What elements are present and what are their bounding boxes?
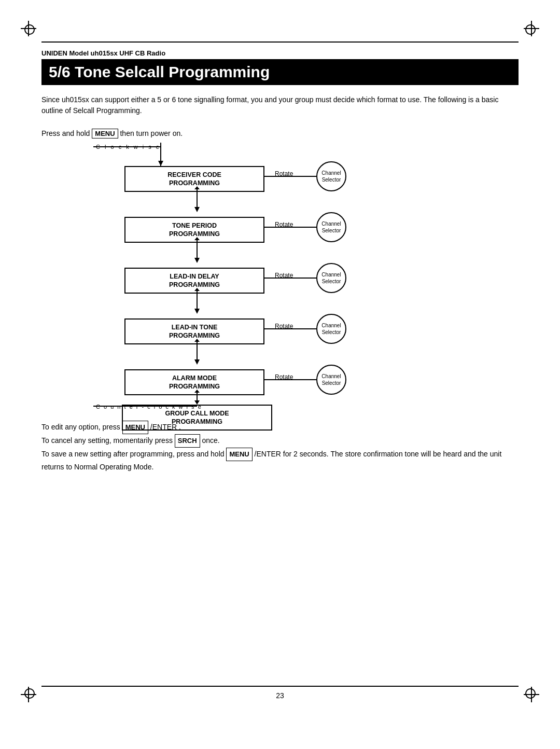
border-line-bottom bbox=[41, 686, 519, 687]
press-hold-prefix: Press and hold bbox=[41, 129, 92, 137]
channel-selector-3: ChannelSelector bbox=[316, 263, 346, 293]
menu-key-save: MENU bbox=[226, 448, 252, 461]
flow-box-lead-delay: LEAD-IN DELAYPROGRAMMING bbox=[124, 268, 264, 294]
flow-box-tone-period: TONE PERIODPROGRAMMING bbox=[124, 217, 264, 243]
channel-selector-5: ChannelSelector bbox=[316, 365, 346, 395]
model-label: UNIDEN Model uh015sx UHF CB Radio bbox=[41, 49, 519, 57]
rotate-label-3: Rotate bbox=[275, 272, 293, 279]
rotate-label-4: Rotate bbox=[275, 323, 293, 330]
flow-box-lead-tone: LEAD-IN TONEPROGRAMMING bbox=[124, 318, 264, 344]
page-title: 5/6 Tone Selcall Programming bbox=[41, 59, 519, 85]
corner-circle-tl bbox=[24, 24, 35, 35]
clockwise-label: C l o c k w i s e bbox=[96, 144, 161, 150]
corner-circle-tr bbox=[525, 24, 536, 35]
flow-diagram: C l o c k w i s e RECEIVER CODEPROGRAMMI… bbox=[41, 143, 519, 412]
channel-selector-2: ChannelSelector bbox=[316, 212, 346, 242]
channel-selector-4: ChannelSelector bbox=[316, 314, 346, 344]
intro-text: Since uh015sx can support either a 5 or … bbox=[41, 94, 519, 116]
counter-label: C o u n t e r - c l o c k w i s e bbox=[96, 404, 202, 410]
bottom-instructions: To edit any option, press MENU /ENTER . … bbox=[41, 421, 519, 474]
rotate-label-2: Rotate bbox=[275, 221, 293, 228]
press-hold-instruction: Press and hold MENU then turn power on. bbox=[41, 129, 519, 138]
flow-box-alarm: ALARM MODEPROGRAMMING bbox=[124, 369, 264, 395]
svg-marker-3 bbox=[194, 207, 200, 212]
flow-box-receiver: RECEIVER CODEPROGRAMMING bbox=[124, 166, 264, 192]
page-number: 23 bbox=[0, 691, 560, 700]
menu-key: MENU bbox=[92, 129, 118, 138]
svg-marker-9 bbox=[194, 309, 200, 314]
instruction-edit: To edit any option, press MENU /ENTER . bbox=[41, 421, 519, 434]
rotate-label-1: Rotate bbox=[275, 170, 293, 177]
srch-key: SRCH bbox=[175, 434, 200, 448]
rotate-label-5: Rotate bbox=[275, 373, 293, 381]
press-hold-suffix: then turn power on. bbox=[120, 129, 183, 137]
instruction-cancel: To cancel any setting, momentarily press… bbox=[41, 434, 519, 448]
svg-marker-6 bbox=[194, 258, 200, 263]
border-line-top bbox=[41, 41, 519, 43]
svg-marker-12 bbox=[194, 359, 200, 365]
channel-selector-1: ChannelSelector bbox=[316, 161, 346, 191]
instruction-save: To save a new setting after programming,… bbox=[41, 448, 519, 474]
